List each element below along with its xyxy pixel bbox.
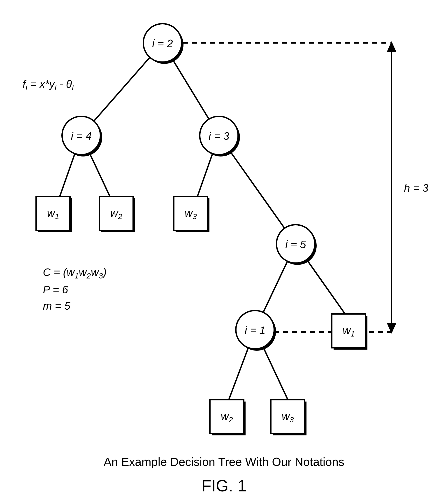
- P-value: P = 6: [43, 282, 107, 298]
- tree-svg: [0, 0, 448, 500]
- tree-height-label: h = 3: [404, 182, 428, 194]
- node-i5-label: i = 5: [285, 238, 306, 251]
- leaf-w2: w2: [110, 207, 122, 221]
- m-value: m = 5: [43, 298, 107, 314]
- figure-label: FIG. 1: [0, 477, 448, 495]
- leaf-w1-right: w1: [343, 324, 355, 338]
- split-function-formula: fi = x*yi - θi: [23, 78, 74, 92]
- class-set: C = (w1w2w3): [43, 264, 107, 282]
- node-i2-label: i = 2: [152, 37, 173, 50]
- notation-block: C = (w1w2w3) P = 6 m = 5: [43, 264, 107, 314]
- diagram-canvas: i = 2 i = 4 i = 3 i = 5 i = 1 w1 w2 w3 w…: [0, 0, 448, 500]
- node-i4-label: i = 4: [71, 130, 92, 142]
- node-i1-label: i = 1: [245, 324, 265, 336]
- leaf-w1: w1: [47, 207, 59, 221]
- svg-marker-14: [388, 43, 395, 51]
- figure-caption: An Example Decision Tree With Our Notati…: [0, 455, 448, 469]
- leaf-w3-bottom: w3: [282, 410, 294, 424]
- svg-marker-15: [388, 323, 395, 332]
- leaf-w3: w3: [185, 207, 197, 221]
- leaf-w2-bottom: w2: [221, 410, 233, 424]
- node-i3-label: i = 3: [208, 130, 229, 142]
